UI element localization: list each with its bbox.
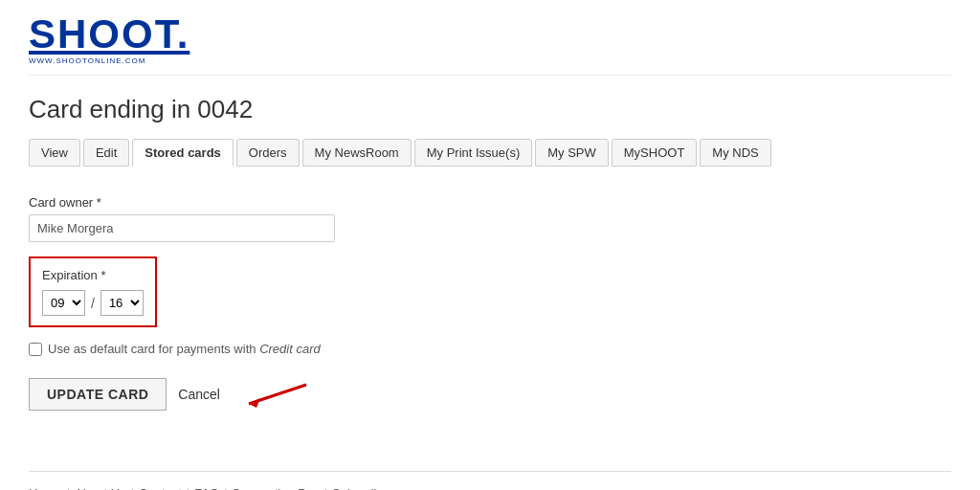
default-card-checkbox[interactable] — [29, 343, 42, 356]
footer-link-subscribe[interactable]: Subscribe — [332, 486, 388, 490]
logo-text: SHOOT. — [29, 14, 951, 55]
default-card-row: Use as default card for payments with Cr… — [29, 342, 951, 356]
tab-stored-cards[interactable]: Stored cards — [132, 139, 233, 167]
tab-orders[interactable]: Orders — [236, 139, 300, 167]
tab-myshoot[interactable]: MySHOOT — [612, 139, 698, 167]
logo-subtitle: WWW.SHOOTONLINE.COM — [29, 56, 951, 65]
default-card-label: Use as default card for payments with Cr… — [48, 342, 321, 356]
footer-copyright: © 1990-2016 DCA Business Media LLC. All … — [564, 486, 951, 490]
form-buttons: UPDATE CARD Cancel — [29, 375, 951, 413]
header: SHOOT. WWW.SHOOTONLINE.COM — [29, 0, 951, 76]
tab-my-print-issue(s)[interactable]: My Print Issue(s) — [414, 139, 533, 167]
expiration-month-select[interactable]: 010203040506070809101112 — [42, 290, 85, 316]
expiration-year-select[interactable]: 1516171819202122 — [100, 290, 144, 316]
page-title: Card ending in 0042 — [29, 76, 951, 139]
footer-link-suggestion-box[interactable]: Suggestion Box — [233, 486, 320, 490]
tabs-nav: ViewEditStored cardsOrdersMy NewsRoomMy … — [29, 139, 951, 167]
card-owner-input[interactable] — [29, 214, 335, 242]
footer-separator: | — [131, 486, 134, 490]
update-card-button[interactable]: UPDATE CARD — [29, 378, 167, 411]
expiration-selects: 010203040506070809101112 / 1516171819202… — [42, 290, 144, 316]
footer-separator: | — [67, 486, 70, 490]
tab-my-nds[interactable]: My NDS — [700, 139, 770, 167]
footer-separator: | — [187, 486, 189, 490]
footer-separator: | — [224, 486, 227, 490]
expiration-label: Expiration * — [42, 268, 144, 282]
tab-edit[interactable]: Edit — [83, 139, 129, 167]
logo: SHOOT. WWW.SHOOTONLINE.COM — [29, 14, 951, 65]
tab-view[interactable]: View — [29, 139, 80, 167]
footer-link-about-us[interactable]: About Us — [75, 486, 125, 490]
tab-my-spw[interactable]: My SPW — [535, 139, 609, 167]
footer-links: Home | About Us | Contact | FAQ | Sugges… — [29, 486, 388, 490]
cancel-link[interactable]: Cancel — [178, 387, 220, 402]
footer-link-home[interactable]: Home — [29, 486, 62, 490]
card-owner-label: Card owner * — [29, 195, 951, 210]
red-arrow-icon — [239, 375, 316, 413]
footer: Home | About Us | Contact | FAQ | Sugges… — [29, 471, 951, 490]
tab-my-newsroom[interactable]: My NewsRoom — [302, 139, 412, 167]
footer-link-contact[interactable]: Contact — [139, 486, 182, 490]
slash-separator: / — [91, 296, 95, 311]
footer-separator: | — [324, 486, 327, 490]
card-form: Card owner * Expiration * 01020304050607… — [29, 186, 951, 442]
footer-link-faq[interactable]: FAQ — [194, 486, 219, 490]
expiration-box: Expiration * 010203040506070809101112 / … — [29, 256, 157, 327]
